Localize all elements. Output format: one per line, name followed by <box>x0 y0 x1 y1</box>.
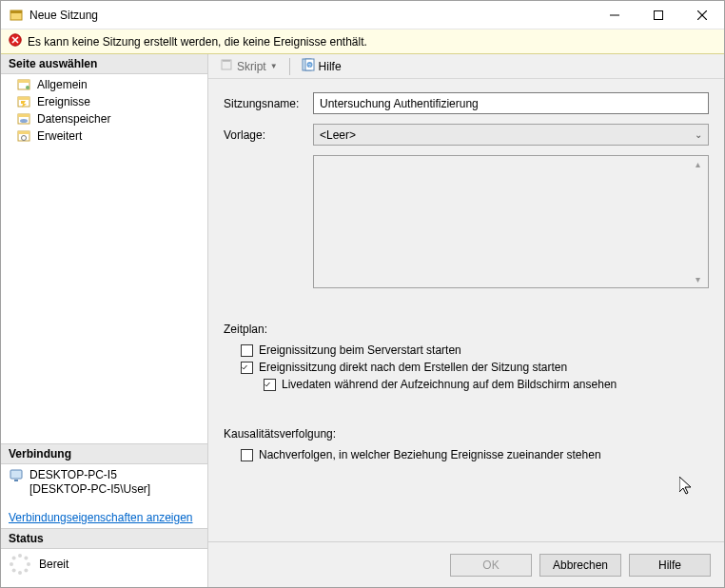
checkbox-live-data[interactable]: Livedaten während der Aufzeichnung auf d… <box>224 376 709 393</box>
toolbar: Skript ▼ ? Hilfe <box>208 54 724 79</box>
template-description-box: ▴▾ <box>313 155 709 288</box>
sidebar-item-label: Allgemein <box>37 78 88 91</box>
svg-rect-20 <box>10 470 22 479</box>
dialog-footer: OK Abbrechen Hilfe <box>208 541 724 587</box>
sidebar-item-events[interactable]: Ereignisse <box>1 93 207 110</box>
svg-rect-15 <box>18 114 29 117</box>
checkbox-start-after-create[interactable]: Ereignissitzung direkt nach dem Erstelle… <box>224 359 709 376</box>
svg-text:?: ? <box>308 63 311 69</box>
template-label: Vorlage: <box>224 128 313 142</box>
spinner-icon <box>9 553 31 576</box>
svg-rect-13 <box>18 97 29 100</box>
window-title: Neue Sitzung <box>29 9 593 22</box>
status-block: Bereit <box>1 549 207 587</box>
dialog-window: Neue Sitzung Es kann keine Sitzung erste… <box>0 0 725 588</box>
svg-point-25 <box>24 568 28 572</box>
script-label: Skript <box>237 60 266 73</box>
svg-rect-18 <box>18 131 29 134</box>
main-panel: Skript ▼ ? Hilfe Sitzungsname: Vorlage: <box>208 54 724 587</box>
help-button[interactable]: ? Hilfe <box>296 56 347 76</box>
sidebar-item-storage[interactable]: Datenspeicher <box>1 110 207 127</box>
svg-point-29 <box>12 557 16 560</box>
checkbox-icon <box>241 344 253 357</box>
connection-name: DESKTOP-PC-I5 <box>29 468 150 483</box>
svg-point-23 <box>24 557 28 560</box>
checkbox-label: Ereignissitzung beim Serverstart starten <box>259 343 461 357</box>
app-icon <box>9 8 24 23</box>
checkbox-label: Nachverfolgen, in welcher Beziehung Erei… <box>259 448 601 461</box>
checkbox-label: Livedaten während der Aufzeichnung auf d… <box>282 378 617 391</box>
script-icon <box>220 58 233 74</box>
template-value: <Leer> <box>320 128 356 142</box>
svg-rect-1 <box>10 10 22 13</box>
causality-label: Kausalitätsverfolgung: <box>224 427 709 441</box>
sidebar-item-label: Datenspeicher <box>37 112 110 126</box>
page-icon <box>16 111 31 127</box>
svg-rect-10 <box>18 80 29 83</box>
ok-button[interactable]: OK <box>450 554 532 577</box>
page-icon <box>16 128 31 144</box>
svg-point-27 <box>12 568 16 572</box>
schedule-label: Zeitplan: <box>224 323 709 336</box>
svg-point-28 <box>10 562 13 566</box>
form-area: Sitzungsname: Vorlage: <Leer> ⌄ <box>208 79 724 541</box>
window-controls <box>593 1 724 29</box>
checkbox-start-on-server[interactable]: Ereignissitzung beim Serverstart starten <box>224 342 709 359</box>
sidebar-header-connection: Verbindung <box>1 443 207 464</box>
svg-rect-3 <box>655 10 663 19</box>
page-icon <box>16 94 31 109</box>
connection-properties-link[interactable]: Verbindungseigenschaften anzeigen <box>9 511 193 524</box>
toolbar-separator <box>289 58 290 75</box>
svg-rect-21 <box>14 480 18 481</box>
help-label: Hilfe <box>319 60 342 73</box>
titlebar: Neue Sitzung <box>1 1 724 29</box>
sidebar-header-pages: Seite auswählen <box>1 54 207 74</box>
sidebar-item-label: Ereignisse <box>37 95 90 108</box>
connection-block: DESKTOP-PC-I5 [DESKTOP-PC-I5\User] Verbi… <box>1 464 207 528</box>
template-select[interactable]: <Leer> ⌄ <box>313 124 709 146</box>
checkbox-label: Ereignissitzung direkt nach dem Erstelle… <box>259 361 567 374</box>
checkbox-icon <box>264 379 276 391</box>
sidebar-header-status: Status <box>1 528 207 549</box>
server-icon <box>9 468 24 486</box>
error-icon <box>9 33 22 49</box>
session-name-label: Sitzungsname: <box>224 97 313 110</box>
scrollbar[interactable]: ▴▾ <box>690 159 706 284</box>
sidebar: Seite auswählen Allgemein Ereignisse Dat… <box>1 54 208 587</box>
minimize-button[interactable] <box>593 1 637 29</box>
chevron-down-icon: ▼ <box>270 62 278 70</box>
svg-point-22 <box>18 554 22 558</box>
notification-text: Es kann keine Sitzung erstellt werden, d… <box>28 35 367 49</box>
chevron-down-icon: ⌄ <box>695 129 702 140</box>
page-icon <box>16 77 31 92</box>
svg-point-24 <box>27 562 30 566</box>
status-text: Bereit <box>39 558 69 571</box>
maximize-button[interactable] <box>637 1 680 29</box>
checkbox-icon <box>241 362 253 374</box>
help-icon: ? <box>302 58 315 74</box>
checkbox-icon <box>241 449 253 461</box>
checkbox-track-relations[interactable]: Nachverfolgen, in welcher Beziehung Erei… <box>224 446 709 463</box>
script-dropdown[interactable]: Skript ▼ <box>214 56 284 76</box>
sidebar-page-list: Allgemein Ereignisse Datenspeicher Erwei… <box>1 74 207 147</box>
dialog-body: Seite auswählen Allgemein Ereignisse Dat… <box>1 54 724 587</box>
sidebar-item-advanced[interactable]: Erweitert <box>1 127 207 145</box>
svg-point-11 <box>26 86 29 89</box>
notification-bar: Es kann keine Sitzung erstellt werden, d… <box>1 29 724 54</box>
scroll-up-icon: ▴ <box>690 159 706 169</box>
help-button-footer[interactable]: Hilfe <box>629 554 711 577</box>
svg-point-16 <box>20 119 28 123</box>
cancel-button[interactable]: Abbrechen <box>539 554 621 577</box>
connection-user: [DESKTOP-PC-I5\User] <box>29 482 150 498</box>
close-button[interactable] <box>680 1 724 29</box>
session-name-input[interactable] <box>313 92 709 114</box>
svg-point-26 <box>18 571 22 575</box>
sidebar-item-label: Erweitert <box>37 129 82 143</box>
sidebar-item-general[interactable]: Allgemein <box>1 76 207 93</box>
scroll-down-icon: ▾ <box>690 274 706 284</box>
